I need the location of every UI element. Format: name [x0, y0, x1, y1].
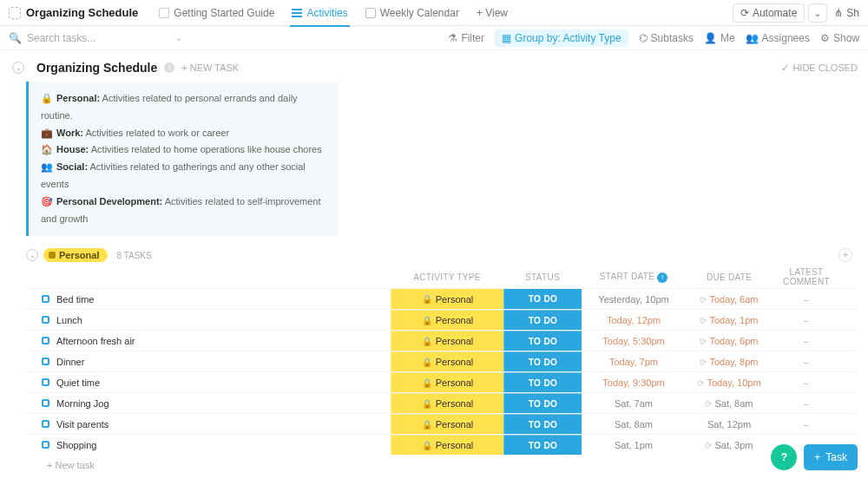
subtasks-button[interactable]: ⌬Subtasks [639, 32, 694, 44]
task-status-square[interactable] [42, 441, 49, 449]
add-column-button[interactable]: + [838, 248, 852, 262]
task-status-square[interactable] [42, 337, 49, 344]
tab-activities[interactable]: Activities [283, 0, 356, 26]
table-row[interactable]: Visit parents 🔒Personal TO DO Sat, 8am S… [26, 413, 858, 434]
section-collapse-icon[interactable]: ⌄ [12, 62, 24, 74]
share-button[interactable]: ⋔ Sh [834, 7, 859, 19]
group-by-button[interactable]: ▦Group by: Activity Type [495, 30, 628, 47]
status-cell[interactable]: TO DO [503, 310, 582, 330]
table-row[interactable]: Morning Jog 🔒Personal TO DO Sat, 7am ⟳Sa… [26, 392, 858, 413]
status-cell[interactable]: TO DO [503, 435, 582, 455]
table-row[interactable]: Lunch 🔒Personal TO DO Today, 12pm ⟳Today… [26, 309, 858, 330]
recurring-icon: ⟳ [705, 441, 712, 450]
status-cell[interactable]: TO DO [503, 289, 582, 309]
new-task-float-button[interactable]: + Task [804, 444, 858, 470]
task-status-square[interactable] [42, 420, 49, 428]
activity-type-cell[interactable]: 🔒Personal [391, 414, 503, 434]
status-cell[interactable]: TO DO [503, 351, 582, 371]
col-latest-comment[interactable]: LATEST COMMENT [773, 267, 840, 286]
table-row[interactable]: Dinner 🔒Personal TO DO Today, 7pm ⟳Today… [26, 351, 858, 371]
recurring-icon: ⟳ [700, 358, 707, 367]
legend-emoji: 💼 [41, 128, 53, 138]
status-cell[interactable]: TO DO [503, 393, 582, 413]
tab-getting-started[interactable]: Getting Started Guide [150, 0, 283, 26]
add-task-row[interactable]: + New task [26, 455, 858, 472]
start-date-cell[interactable]: Today, 9:30pm [582, 377, 686, 388]
activity-type-cell[interactable]: 🔒Personal [391, 435, 503, 455]
group-collapse-icon[interactable]: ⌄ [26, 249, 38, 261]
due-date-cell[interactable]: ⟳Today, 1pm [686, 315, 773, 325]
table-row[interactable]: Afternoon fresh air 🔒Personal TO DO Toda… [26, 330, 858, 351]
latest-comment-cell[interactable]: – [773, 419, 840, 430]
automate-dropdown[interactable]: ⌄ [808, 3, 827, 23]
start-date-cell[interactable]: Sat, 1pm [582, 440, 686, 450]
latest-comment-cell[interactable]: – [773, 336, 840, 346]
subtasks-icon: ⌬ [639, 32, 648, 44]
due-date-cell[interactable]: ⟳Today, 6pm [686, 336, 773, 346]
group-badge-personal[interactable]: Personal [43, 248, 108, 262]
section-title: Organizing Schedule [36, 61, 157, 75]
search-input[interactable] [27, 32, 170, 44]
status-cell[interactable]: TO DO [503, 372, 582, 392]
task-status-square[interactable] [42, 399, 49, 407]
start-date-cell[interactable]: Today, 5:30pm [582, 336, 686, 346]
table-row[interactable]: Bed time 🔒Personal TO DO Yesterday, 10pm… [26, 288, 858, 309]
automate-button[interactable]: ⟳ Automate [733, 3, 805, 23]
show-button[interactable]: ⚙Show [820, 32, 859, 44]
start-date-cell[interactable]: Yesterday, 10pm [582, 294, 686, 305]
latest-comment-cell[interactable]: – [773, 398, 840, 409]
activity-type-cell[interactable]: 🔒Personal [391, 310, 503, 330]
new-task-button[interactable]: + NEW TASK [181, 62, 239, 73]
assignees-icon: 👥 [746, 32, 759, 44]
latest-comment-cell[interactable]: – [773, 377, 840, 388]
activity-type-cell[interactable]: 🔒Personal [391, 372, 503, 392]
assignees-button[interactable]: 👥Assignees [746, 32, 810, 44]
col-start-date[interactable]: START DATE↑ [582, 272, 686, 283]
latest-comment-cell[interactable]: – [773, 294, 840, 305]
task-status-square[interactable] [42, 316, 49, 324]
activity-type-cell[interactable]: 🔒Personal [391, 351, 503, 371]
task-status-square[interactable] [42, 378, 49, 386]
task-name: Lunch [56, 315, 82, 325]
share-label: Sh [846, 7, 859, 19]
start-date-cell[interactable]: Today, 7pm [582, 357, 686, 367]
help-button[interactable]: ? [771, 444, 797, 470]
share-icon: ⋔ [834, 7, 843, 19]
due-date-cell[interactable]: Sat, 12pm [686, 419, 773, 430]
due-date-cell[interactable]: ⟳Today, 10pm [686, 377, 773, 388]
hide-closed-button[interactable]: ✓ HIDE CLOSED [781, 62, 858, 74]
due-date-cell[interactable]: ⟳Sat, 3pm [686, 440, 773, 450]
search-dropdown-icon[interactable]: ⌄ [175, 33, 182, 43]
due-date-cell[interactable]: ⟳Today, 8pm [686, 357, 773, 367]
tab-weekly-calendar[interactable]: Weekly Calendar [357, 0, 468, 26]
table-row[interactable]: Quiet time 🔒Personal TO DO Today, 9:30pm… [26, 371, 858, 392]
start-date-cell[interactable]: Sat, 8am [582, 419, 686, 430]
task-status-square[interactable] [42, 295, 49, 303]
latest-comment-cell[interactable]: – [773, 315, 840, 325]
activity-type-cell[interactable]: 🔒Personal [391, 289, 503, 309]
status-cell[interactable]: TO DO [503, 414, 582, 434]
start-date-cell[interactable]: Today, 12pm [582, 315, 686, 325]
due-date-cell[interactable]: ⟳Sat, 8am [686, 398, 773, 409]
recurring-icon: ⟳ [700, 337, 707, 346]
activity-type-cell[interactable]: 🔒Personal [391, 331, 503, 351]
task-name: Shopping [56, 440, 97, 450]
due-date-cell[interactable]: ⟳Today, 6am [686, 294, 773, 305]
col-activity-type[interactable]: ACTIVITY TYPE [391, 272, 503, 282]
task-status-square[interactable] [42, 358, 49, 365]
col-due-date[interactable]: DUE DATE [686, 272, 773, 282]
legend-name: Social: [56, 161, 88, 172]
recurring-icon: ⟳ [697, 378, 704, 388]
latest-comment-cell[interactable]: – [773, 357, 840, 367]
me-button[interactable]: 👤Me [704, 32, 735, 44]
filter-button[interactable]: ⚗Filter [448, 32, 484, 44]
workspace-icon [9, 7, 21, 19]
info-icon[interactable]: i [164, 62, 174, 73]
col-status[interactable]: STATUS [503, 272, 582, 282]
status-cell[interactable]: TO DO [503, 331, 582, 351]
activity-type-cell[interactable]: 🔒Personal [391, 393, 503, 413]
start-date-cell[interactable]: Sat, 7am [582, 398, 686, 409]
add-view-button[interactable]: + View [468, 0, 516, 26]
table-row[interactable]: Shopping 🔒Personal TO DO Sat, 1pm ⟳Sat, … [26, 434, 858, 455]
sort-asc-icon: ↑ [657, 272, 667, 283]
